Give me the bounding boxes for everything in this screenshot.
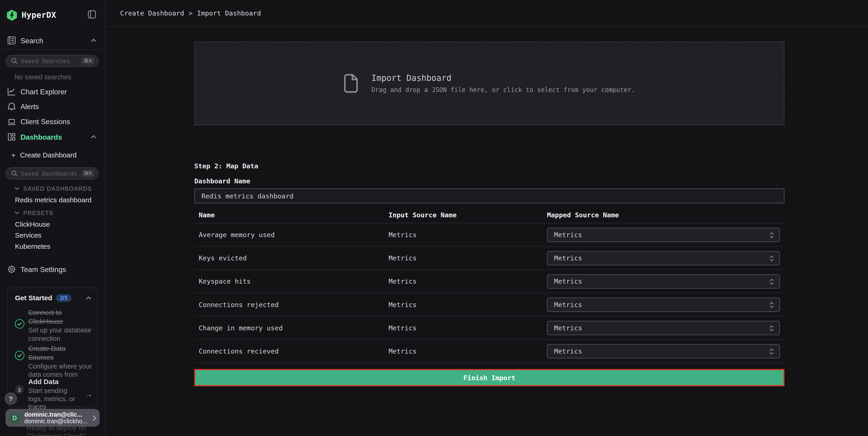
search-icon — [11, 170, 18, 177]
search-icon — [11, 58, 18, 64]
finish-import-button[interactable]: Finish Import — [194, 369, 784, 386]
preset-kubernetes[interactable]: Kubernetes — [15, 242, 51, 250]
column-header-name: Name — [199, 211, 215, 219]
step-description: Configure where your data comes from — [28, 362, 92, 379]
section-header-label: PRESETS — [23, 209, 54, 216]
get-started-card: Get Started 2/3 Connect to ClickHouse Se… — [7, 288, 97, 407]
dashboards-icon — [7, 132, 16, 142]
get-started-step-data-sources[interactable]: Create Data Sources Configure where your… — [15, 344, 93, 379]
app-root: HyperDX Search — [0, 0, 868, 436]
logo[interactable]: HyperDX — [7, 9, 98, 21]
sidebar-item-team-settings[interactable]: Team Settings — [0, 262, 105, 277]
select-chevrons-icon — [770, 348, 774, 354]
sidebar-item-search[interactable]: Search — [0, 33, 105, 48]
user-email: dominic.tran@clickho... — [24, 418, 91, 425]
chevron-up-icon — [91, 39, 96, 42]
get-started-title: Get Started — [15, 294, 52, 302]
search-panel-icon — [7, 36, 16, 45]
import-dropzone[interactable]: Import Dashboard Drag and drop a JSON fi… — [194, 41, 784, 125]
sidebar-item-label: Dashboards — [21, 133, 62, 141]
input-source-cell: Metrics — [389, 231, 417, 238]
get-started-step-add-data[interactable]: 3 Add Data Start sending logs, metrics, … — [15, 377, 93, 411]
sidebar-item-dashboards[interactable]: Dashboards — [0, 129, 105, 144]
sidebar-item-label: Team Settings — [21, 265, 66, 273]
sidebar: HyperDX Search — [0, 0, 105, 436]
preset-services[interactable]: Services — [15, 232, 42, 239]
sidebar-item-label: Client Sessions — [21, 118, 70, 126]
selected-source-value: Metrics — [554, 231, 770, 239]
table-row: Change in memory used Metrics Metrics — [194, 316, 784, 340]
step-title: Add Data — [28, 377, 84, 386]
mapped-source-select[interactable]: Metrics — [547, 344, 780, 358]
sidebar-collapse-icon[interactable] — [87, 10, 97, 20]
sidebar-item-label: Search — [21, 36, 43, 45]
sidebar-item-chart-explorer[interactable]: Chart Explorer — [0, 84, 105, 99]
create-dashboard-button[interactable]: + Create Dashboard — [11, 151, 77, 160]
input-source-cell: Metrics — [389, 324, 417, 332]
dashboard-name-input[interactable] — [194, 188, 784, 203]
select-chevrons-icon — [770, 325, 774, 331]
saved-dashboards-section-header[interactable]: SAVED DASHBOARDS — [14, 185, 92, 192]
saved-dashboards-input[interactable]: Saved Dashboards ⌘K — [5, 168, 98, 180]
select-chevrons-icon — [770, 301, 774, 308]
dashboard-name-label: Dashboard Name — [194, 177, 250, 185]
chevron-up-icon — [91, 135, 96, 139]
get-started-header[interactable]: Get Started 2/3 — [15, 294, 92, 302]
preset-clickhouse[interactable]: ClickHouse — [15, 221, 50, 228]
check-circle-icon — [15, 319, 24, 328]
chevron-down-icon — [14, 187, 19, 190]
mapped-source-select[interactable]: Metrics — [547, 321, 780, 335]
mapped-source-select[interactable]: Metrics — [547, 297, 780, 312]
selected-source-value: Metrics — [554, 254, 770, 262]
mapped-source-select[interactable]: Metrics — [547, 274, 780, 289]
sidebar-item-client-sessions[interactable]: Client Sessions — [0, 114, 105, 129]
chart-name-cell: Keyspace hits — [199, 277, 251, 285]
table-header-row: Name Input Source Name Mapped Source Nam… — [194, 209, 784, 223]
table-row: Connections recieved Metrics Metrics — [194, 340, 784, 363]
select-chevrons-icon — [770, 279, 774, 285]
section-header-label: SAVED DASHBOARDS — [23, 185, 92, 192]
chart-name-cell: Change in memory used — [199, 324, 283, 332]
breadcrumb-import-dashboard: Import Dashboard — [197, 9, 261, 17]
check-circle-icon — [15, 351, 24, 360]
get-started-step-connect[interactable]: Connect to ClickHouse Set up your databa… — [15, 308, 93, 342]
divider — [0, 49, 105, 50]
table-body: Average memory used Metrics Metrics Keys — [194, 223, 784, 363]
chart-name-cell: Connections recieved — [199, 347, 279, 355]
mapped-source-select[interactable]: Metrics — [547, 251, 780, 265]
step-number-badge: 3 — [15, 385, 24, 395]
create-dashboard-label: Create Dashboard — [20, 151, 76, 159]
avatar: D — [9, 412, 21, 424]
input-source-cell: Metrics — [389, 347, 417, 355]
user-menu[interactable]: D dominic.tran@clic... dominic.tran@clic… — [5, 409, 100, 427]
saved-searches-placeholder: Saved Searches — [21, 58, 82, 64]
chevron-up-icon[interactable] — [86, 296, 91, 300]
sidebar-item-label: Chart Explorer — [21, 87, 67, 95]
column-header-mapped-source: Mapped Source Name — [547, 211, 619, 219]
step-title: Create Data Sources — [28, 344, 92, 362]
dropzone-subtitle: Drag and drop a JSON file here, or click… — [371, 86, 635, 94]
step-heading: Step 2: Map Data — [194, 163, 258, 170]
presets-section-header[interactable]: PRESETS — [14, 209, 54, 216]
input-source-cell: Metrics — [389, 254, 417, 262]
sidebar-item-alerts[interactable]: Alerts — [0, 99, 105, 113]
saved-searches-input[interactable]: Saved Searches ⌘K — [5, 55, 98, 67]
user-name: dominic.tran@clic... — [24, 411, 91, 418]
shortcut-badge: ⌘K — [82, 57, 95, 65]
saved-dashboards-placeholder: Saved Dashboards — [21, 170, 82, 177]
logo-wordmark: HyperDX — [22, 10, 56, 19]
chart-name-cell: Average memory used — [199, 231, 275, 238]
table-row: Connections rejected Metrics Metrics — [194, 293, 784, 316]
step-description: Start sending logs, metrics, or traces — [28, 387, 82, 411]
help-button[interactable]: ? — [4, 392, 17, 405]
get-started-progress-badge: 2/3 — [56, 294, 71, 302]
table-row: Keyspace hits Metrics Metrics — [194, 270, 784, 293]
select-chevrons-icon — [770, 255, 774, 261]
breadcrumb-create-dashboard[interactable]: Create Dashboard — [120, 9, 184, 17]
mapping-table: Name Input Source Name Mapped Source Nam… — [194, 209, 784, 363]
arrow-right-icon: → — [85, 390, 92, 399]
breadcrumb: Create Dashboard>Import Dashboard — [120, 9, 261, 17]
mapped-source-select[interactable]: Metrics — [547, 228, 780, 242]
saved-dashboard-redis-metrics[interactable]: Redis metrics dashboard — [15, 196, 92, 204]
chart-name-cell: Keys evicted — [199, 254, 247, 262]
